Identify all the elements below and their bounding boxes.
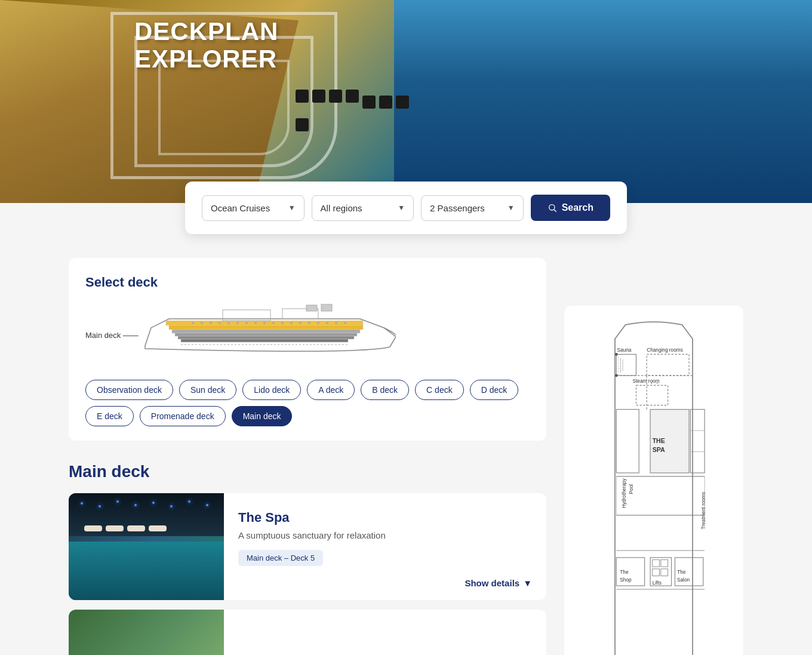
hero-title: DECKPLAN EXPLORER bbox=[134, 18, 278, 73]
svg-line-1 bbox=[554, 210, 556, 212]
svg-point-27 bbox=[326, 322, 328, 324]
page-content: Select deck Main deck —— bbox=[69, 258, 743, 655]
svg-point-15 bbox=[219, 322, 221, 324]
poi-card-spa: The Spa A sumptuous sanctuary for relaxa… bbox=[69, 493, 546, 600]
svg-point-18 bbox=[245, 322, 248, 324]
hero-banner: DECKPLAN EXPLORER bbox=[0, 0, 812, 203]
deck-btn-sun[interactable]: Sun deck bbox=[179, 380, 236, 400]
lounger bbox=[84, 525, 102, 531]
svg-text:Treatment rooms: Treatment rooms bbox=[701, 492, 706, 530]
deck-chairs bbox=[296, 90, 415, 131]
lounger bbox=[149, 525, 167, 531]
spa-pool bbox=[69, 542, 224, 600]
passengers-dropdown[interactable]: 2 Passengers ▼ bbox=[421, 195, 524, 221]
light-dot bbox=[206, 504, 208, 506]
poi-show-details-label-spa: Show details bbox=[465, 578, 519, 588]
region-dropdown[interactable]: All regions ▼ bbox=[312, 195, 414, 221]
svg-rect-10 bbox=[306, 305, 317, 311]
svg-text:Salon: Salon bbox=[677, 577, 690, 583]
chevron-down-icon: ▼ bbox=[523, 578, 532, 588]
poi-desc-spa: A sumptuous sanctuary for relaxation bbox=[238, 530, 532, 540]
svg-point-70 bbox=[615, 353, 618, 356]
deck-btn-a[interactable]: A deck bbox=[307, 380, 355, 400]
deck-btn-c[interactable]: C deck bbox=[415, 380, 464, 400]
hero-title-line1: DECKPLAN bbox=[134, 17, 278, 45]
svg-point-22 bbox=[281, 322, 284, 324]
passengers-chevron: ▼ bbox=[508, 204, 515, 212]
region-value: All regions bbox=[321, 203, 362, 213]
svg-text:Steam room: Steam room bbox=[633, 379, 660, 384]
deck-btn-e[interactable]: E deck bbox=[85, 406, 134, 426]
ship-diagram-svg bbox=[133, 304, 396, 364]
deck-btn-observation[interactable]: Observation deck bbox=[85, 380, 173, 400]
svg-point-20 bbox=[263, 322, 266, 324]
cruise-type-chevron: ▼ bbox=[288, 204, 296, 212]
select-deck-card: Select deck Main deck —— bbox=[69, 258, 546, 441]
hero-title-line2: EXPLORER bbox=[134, 45, 277, 73]
railing-inner2 bbox=[158, 60, 290, 155]
svg-text:Pool: Pool bbox=[629, 484, 634, 494]
cruise-type-value: Ocean Cruises bbox=[211, 203, 270, 213]
deck-btn-main[interactable]: Main deck bbox=[232, 406, 293, 426]
svg-point-0 bbox=[549, 205, 554, 210]
svg-rect-5 bbox=[175, 333, 357, 336]
svg-rect-6 bbox=[178, 336, 354, 339]
main-deck-title: Main deck bbox=[69, 462, 546, 481]
sauna-label: Sauna bbox=[617, 348, 632, 353]
svg-point-19 bbox=[254, 322, 257, 324]
search-icon bbox=[548, 203, 557, 213]
light-dot bbox=[134, 504, 137, 506]
light-dot bbox=[152, 502, 155, 504]
svg-point-13 bbox=[201, 322, 203, 324]
search-card: Ocean Cruises ▼ All regions ▼ 2 Passenge… bbox=[185, 182, 627, 234]
svg-point-25 bbox=[308, 322, 310, 324]
svg-text:Hydrotherapy: Hydrotherapy bbox=[622, 478, 627, 508]
poi-location-spa: Main deck – Deck 5 bbox=[238, 550, 323, 566]
svg-point-21 bbox=[272, 322, 275, 324]
poi-info-spa: The Spa A sumptuous sanctuary for relaxa… bbox=[224, 493, 546, 600]
poi-info-2 bbox=[224, 610, 546, 655]
svg-text:The: The bbox=[677, 570, 686, 575]
svg-point-28 bbox=[335, 322, 337, 324]
svg-rect-4 bbox=[172, 330, 360, 333]
deck-buttons-group: Observation deck Sun deck Lido deck A de… bbox=[85, 380, 530, 426]
svg-point-16 bbox=[227, 322, 230, 324]
svg-point-24 bbox=[299, 322, 302, 324]
svg-rect-11 bbox=[321, 304, 332, 311]
svg-text:THE: THE bbox=[653, 437, 665, 444]
svg-point-23 bbox=[290, 322, 293, 324]
cruise-type-dropdown[interactable]: Ocean Cruises ▼ bbox=[202, 195, 304, 221]
deck-btn-d[interactable]: D deck bbox=[470, 380, 519, 400]
ship-svg-wrap bbox=[133, 304, 384, 366]
select-deck-title: Select deck bbox=[85, 275, 530, 290]
search-button-label: Search bbox=[562, 202, 593, 213]
svg-text:The: The bbox=[620, 570, 629, 575]
deck-btn-lido[interactable]: Lido deck bbox=[242, 380, 301, 400]
floorplan-svg: Sauna Changing rooms Steam room Hydr bbox=[576, 318, 731, 655]
poi-image-2 bbox=[69, 610, 224, 655]
svg-point-71 bbox=[615, 374, 618, 377]
ship-main-deck-label: Main deck —— bbox=[85, 331, 139, 340]
lounger bbox=[106, 525, 124, 531]
svg-text:Lifts: Lifts bbox=[653, 580, 662, 586]
region-chevron: ▼ bbox=[398, 204, 405, 212]
deck-btn-promenade[interactable]: Promenade deck bbox=[140, 406, 226, 426]
left-column: Select deck Main deck —— bbox=[69, 258, 546, 655]
light-dot bbox=[188, 500, 190, 503]
light-dot bbox=[170, 505, 173, 508]
deck-btn-b[interactable]: B deck bbox=[361, 380, 409, 400]
svg-point-12 bbox=[192, 322, 194, 324]
search-button[interactable]: Search bbox=[531, 195, 610, 221]
right-column: Sauna Changing rooms Steam room Hydr bbox=[564, 258, 743, 655]
svg-point-14 bbox=[210, 322, 212, 324]
svg-text:SPA: SPA bbox=[653, 446, 665, 453]
svg-point-17 bbox=[236, 322, 239, 324]
light-dot bbox=[99, 505, 101, 508]
floorplan-card: Sauna Changing rooms Steam room Hydr bbox=[564, 306, 743, 655]
poi-show-details-spa[interactable]: Show details ▼ bbox=[465, 578, 532, 588]
lounger bbox=[127, 525, 145, 531]
ship-diagram: Main deck —— bbox=[85, 302, 530, 368]
svg-point-26 bbox=[317, 322, 319, 324]
svg-point-29 bbox=[344, 322, 346, 324]
svg-rect-7 bbox=[181, 339, 348, 342]
